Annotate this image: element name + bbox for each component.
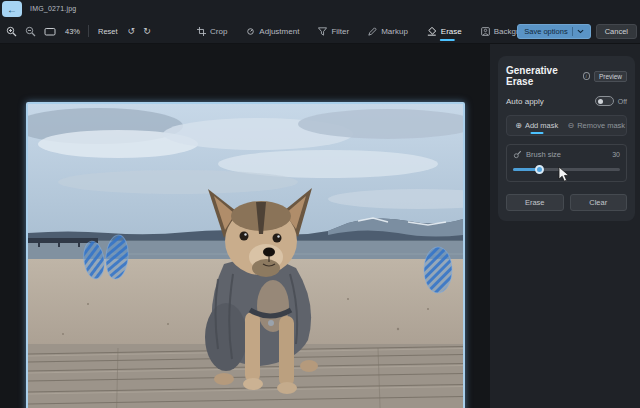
tab-filter[interactable]: Filter	[317, 18, 350, 44]
filename-label: IMG_0271.jpg	[30, 5, 76, 12]
generative-erase-card: Generative Erase i Preview Auto apply Of…	[498, 56, 635, 221]
brush-size-slider[interactable]	[513, 164, 620, 174]
photo-canvas[interactable]	[26, 102, 465, 408]
brush-icon	[513, 150, 522, 159]
background-icon	[481, 27, 490, 36]
auto-apply-toggle[interactable]	[595, 96, 614, 106]
back-button[interactable]: ←	[2, 1, 22, 17]
cancel-button[interactable]: Cancel	[596, 24, 637, 39]
view-tools: 43% Reset ↺ ↻	[5, 18, 152, 44]
crop-icon	[197, 27, 206, 36]
canvas-area: Erasing area or object in the selection.…	[0, 44, 490, 408]
toolbar-divider	[88, 25, 89, 37]
remove-mask-icon: ⊖	[567, 122, 574, 130]
redo-button[interactable]: ↻	[142, 25, 152, 37]
brush-size-value: 30	[612, 151, 620, 158]
toggle-knob	[598, 99, 604, 105]
brush-size-group: Brush size 30	[506, 144, 627, 182]
titlebar: ← IMG_0271.jpg	[0, 0, 640, 18]
adjustment-icon	[246, 27, 255, 36]
tab-crop[interactable]: Crop	[196, 18, 228, 44]
add-mask-icon: ⊕	[515, 122, 522, 130]
photos-editor-window: ← IMG_0271.jpg	[0, 0, 640, 408]
fit-to-screen-icon	[44, 26, 56, 37]
save-options-button[interactable]: Save options	[517, 24, 590, 39]
undo-button[interactable]: ↺	[127, 25, 137, 37]
remove-mask-button[interactable]: ⊖ Remove mask	[567, 116, 627, 135]
fit-to-screen-button[interactable]	[43, 25, 57, 38]
info-icon[interactable]: i	[583, 72, 590, 80]
zoom-level: 43%	[63, 27, 82, 36]
tab-markup[interactable]: Markup	[367, 18, 409, 44]
photo-image	[28, 104, 463, 408]
tab-erase[interactable]: Erase	[426, 18, 463, 44]
toolbar-actions: Save options Cancel	[517, 18, 637, 44]
erase-button[interactable]: Erase	[506, 194, 564, 211]
erase-panel: Generative Erase i Preview Auto apply Of…	[490, 44, 640, 408]
mask-mode-tabs: ⊕ Add mask ⊖ Remove mask	[506, 115, 627, 136]
add-mask-button[interactable]: ⊕ Add mask	[507, 116, 567, 135]
auto-apply-state: Off	[618, 98, 627, 105]
erase-icon	[427, 26, 437, 36]
markup-icon	[368, 27, 377, 36]
zoom-in-icon	[6, 26, 17, 37]
zoom-out-icon	[25, 26, 36, 37]
clear-button[interactable]: Clear	[570, 194, 628, 211]
auto-apply-label: Auto apply	[506, 97, 544, 106]
filter-icon	[318, 27, 327, 36]
preview-badge: Preview	[594, 71, 627, 82]
brush-size-label: Brush size	[526, 150, 561, 159]
editor-toolbar: 43% Reset ↺ ↻ Crop Adjustment	[0, 18, 640, 44]
zoom-out-button[interactable]	[24, 25, 37, 38]
edit-mode-tabs: Crop Adjustment Filter Markup	[196, 18, 537, 44]
zoom-in-button[interactable]	[5, 25, 18, 38]
slider-thumb[interactable]	[535, 165, 544, 174]
panel-title: Generative Erase	[506, 65, 579, 87]
reset-button[interactable]: Reset	[95, 27, 121, 36]
tab-adjustment[interactable]: Adjustment	[245, 18, 300, 44]
chevron-down-icon	[577, 29, 584, 34]
